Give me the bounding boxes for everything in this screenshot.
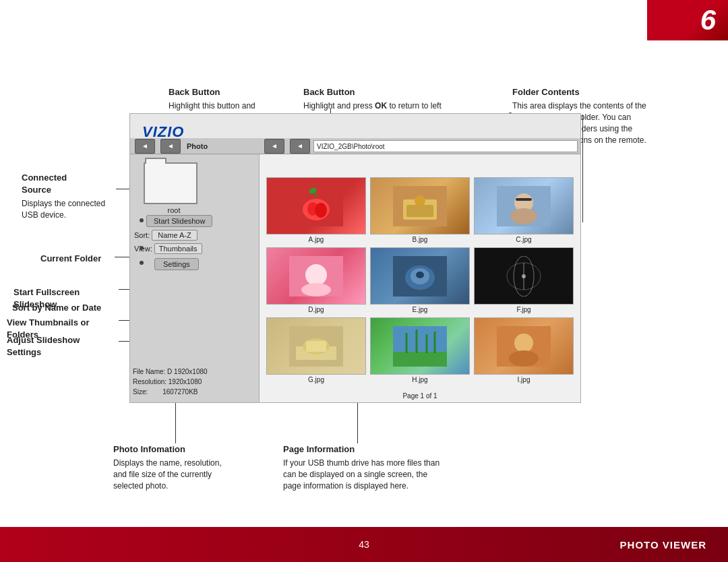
- folder-item[interactable]: root: [144, 162, 204, 214]
- folder-label: root: [144, 206, 204, 214]
- svg-rect-13: [516, 198, 532, 201]
- image-thumbnail-c: [474, 177, 574, 235]
- svg-point-3: [315, 203, 327, 218]
- image-label-i: I.jpg: [518, 376, 530, 383]
- sort-dropdown[interactable]: Name A-Z: [152, 230, 198, 241]
- list-item[interactable]: A.jpg: [266, 177, 366, 243]
- adjust-slideshow-annotation: Adjust Slideshow Settings: [7, 334, 111, 358]
- view-dropdown[interactable]: Thumbnails: [154, 243, 202, 254]
- image-label-e: E.jpg: [413, 306, 428, 313]
- page-chapter-number: 6: [700, 4, 716, 36]
- section-label: PHOTO VIEWER: [620, 539, 706, 551]
- file-name: File Name: D 1920x1080: [133, 367, 208, 377]
- page-info: Page 1 of 1: [402, 392, 437, 400]
- current-folder-left-label: Current Folder: [40, 253, 101, 263]
- connector-connected-source-h: [116, 189, 131, 189]
- svg-point-8: [415, 195, 425, 206]
- connected-source-title: ConnectedSource: [22, 172, 116, 196]
- adjust-slideshow-label: Adjust Slideshow Settings: [7, 335, 80, 357]
- image-label-h: H.jpg: [412, 376, 427, 383]
- svg-rect-9: [406, 205, 433, 217]
- current-folder-left-annotation: Current Folder: [40, 253, 101, 265]
- image-thumbnail-e: [370, 247, 470, 305]
- svg-point-37: [514, 334, 533, 352]
- svg-rect-31: [393, 352, 447, 367]
- connector-current-folder-left: [115, 257, 131, 257]
- list-item[interactable]: F.jpg: [474, 247, 574, 313]
- sort-annotation: Sort by Name or Date: [12, 302, 101, 314]
- image-grid: A.jpg B.jpg C.jpg: [262, 173, 578, 387]
- indicator-dot-settings: [140, 261, 144, 265]
- list-item[interactable]: I.jpg: [474, 317, 574, 383]
- svg-point-16: [301, 283, 331, 296]
- list-item[interactable]: E.jpg: [370, 247, 470, 313]
- file-resolution: Resolution: 1920x1080: [133, 377, 208, 387]
- back-button-right-title: Back Button: [303, 86, 452, 98]
- right-nav-row: ◄ ◄ VIZIO_2GB\Photo\root: [260, 138, 580, 154]
- photo-info-title: Photo Infomation: [113, 443, 228, 456]
- image-thumbnail-f: [474, 247, 574, 305]
- back-btn-left[interactable]: ◄: [135, 139, 155, 154]
- connected-source-desc: Displays the connected USB device.: [22, 198, 116, 221]
- view-row: View: Thumbnails: [134, 243, 202, 254]
- left-nav-label: Photo: [187, 142, 208, 150]
- image-label-c: C.jpg: [516, 236, 531, 243]
- image-thumbnail-d: [266, 247, 366, 305]
- file-info-area: File Name: D 1920x1080 Resolution: 1920x…: [133, 367, 208, 397]
- list-item[interactable]: C.jpg: [474, 177, 574, 243]
- path-display: VIZIO_2GB\Photo\root: [313, 140, 578, 152]
- svg-point-25: [522, 274, 526, 278]
- image-thumbnail-b: [370, 177, 470, 235]
- svg-point-12: [510, 208, 537, 224]
- left-panel: root Start Slideshow Sort: Name A-Z View…: [130, 154, 260, 402]
- image-label-d: D.jpg: [308, 306, 324, 313]
- ui-screenshot-box: VIZIO ◄ ◄ Photo ◄ ◄ VIZIO_2GB\Photo\root…: [129, 113, 581, 403]
- sort-row-label: Sort:: [134, 231, 150, 239]
- size-label: Size:: [133, 387, 148, 397]
- svg-point-20: [416, 272, 424, 278]
- image-thumbnail-h: [370, 317, 470, 375]
- sort-label: Sort by Name or Date: [12, 303, 101, 313]
- svg-point-15: [305, 264, 327, 286]
- folder-contents-title: Folder Contents: [512, 86, 647, 98]
- indicator-dot-view: [140, 246, 144, 250]
- connector-photo-info-v: [175, 400, 176, 443]
- fwd-btn-left[interactable]: ◄: [160, 139, 181, 154]
- list-item[interactable]: H.jpg: [370, 317, 470, 383]
- left-nav-row: ◄ ◄ Photo: [130, 138, 260, 154]
- svg-point-38: [509, 350, 539, 367]
- list-item[interactable]: D.jpg: [266, 247, 366, 313]
- size-value: 1607270KB: [162, 387, 198, 397]
- list-item[interactable]: B.jpg: [370, 177, 470, 243]
- image-label-f: F.jpg: [516, 306, 530, 313]
- sort-row: Sort: Name A-Z: [134, 230, 198, 241]
- image-thumbnail-i: [474, 317, 574, 375]
- photo-info-annotation: Photo Infomation Displays the name, reso…: [113, 443, 228, 492]
- fwd-btn-right[interactable]: ◄: [290, 139, 310, 154]
- back-button-left-title: Back Button: [169, 86, 276, 98]
- indicator-dot-slideshow: [140, 218, 144, 222]
- image-thumbnail-a: [266, 177, 366, 235]
- page-info-desc: If your USB thumb drive has more files t…: [283, 458, 445, 491]
- right-panel: A.jpg B.jpg C.jpg: [260, 154, 580, 402]
- file-size-row: Size: 1607270KB: [133, 387, 208, 397]
- photo-info-desc: Displays the name, resolution, and file …: [113, 458, 228, 491]
- settings-button[interactable]: Settings: [154, 258, 199, 270]
- image-label-b: B.jpg: [413, 236, 428, 243]
- image-label-a: A.jpg: [309, 236, 324, 243]
- page-number: 43: [359, 539, 369, 550]
- list-item[interactable]: G.jpg: [266, 317, 366, 383]
- connector-line-folder-contents-v: [582, 115, 583, 222]
- content-area: Folder Contents This area displays the c…: [0, 40, 728, 527]
- svg-rect-29: [306, 341, 326, 352]
- connected-source-annotation: ConnectedSource Displays the connected U…: [22, 172, 116, 221]
- image-label-g: G.jpg: [308, 376, 324, 383]
- back-btn-right[interactable]: ◄: [264, 139, 284, 154]
- page-info-annotation: Page Information If your USB thumb drive…: [283, 443, 445, 492]
- page-info-title: Page Information: [283, 443, 445, 456]
- top-bar: 6: [647, 0, 728, 40]
- start-slideshow-button[interactable]: Start Slideshow: [146, 215, 212, 227]
- connector-page-info-v: [357, 400, 358, 443]
- image-thumbnail-g: [266, 317, 366, 375]
